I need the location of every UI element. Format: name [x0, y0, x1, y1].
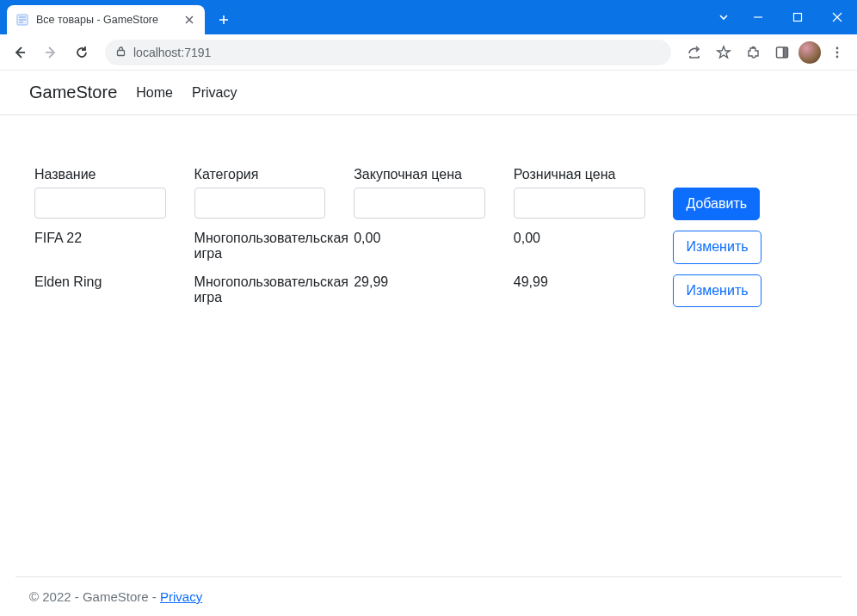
lock-icon [115, 45, 126, 60]
main-content: Название Категория Закупочная цена Розни… [15, 115, 842, 576]
site-footer: © 2022 - GameStore - Privacy [15, 576, 842, 616]
window-maximize-button[interactable] [778, 3, 817, 31]
url-host: localhost: [133, 46, 184, 59]
footer-text: © 2022 - GameStore - [29, 589, 160, 604]
retail-price-input[interactable] [514, 188, 645, 219]
table-header-row: Название Категория Закупочная цена Розни… [29, 167, 828, 188]
window-close-button[interactable] [817, 3, 857, 31]
edit-button[interactable]: Изменить [673, 274, 761, 307]
cell-category: Многопользовательская игра [189, 269, 349, 312]
nav-reload-button[interactable] [69, 40, 95, 65]
cell-retail-price: 49,99 [509, 269, 669, 312]
header-name: Название [29, 167, 189, 188]
cell-purchase-price: 0,00 [348, 225, 509, 268]
header-purchase-price: Закупочная цена [348, 167, 509, 188]
nav-home-link[interactable]: Home [136, 85, 173, 101]
url-port: 7191 [184, 46, 211, 59]
nav-forward-button[interactable] [38, 40, 64, 65]
window-minimize-button[interactable] [738, 3, 778, 31]
svg-rect-18 [784, 47, 788, 58]
cell-name: Elden Ring [29, 269, 189, 312]
svg-marker-15 [718, 46, 730, 58]
add-button[interactable]: Добавить [673, 188, 760, 220]
url-text[interactable]: localhost:7191 [133, 46, 661, 59]
cell-category: Многопользовательская игра [189, 225, 349, 268]
edit-button[interactable]: Изменить [673, 231, 761, 263]
name-input[interactable] [34, 188, 166, 219]
svg-rect-14 [118, 50, 125, 55]
share-button[interactable] [681, 40, 707, 65]
browser-toolbar: localhost:7191 [0, 34, 857, 71]
page-body: GameStore Home Privacy Название Категори… [0, 71, 857, 616]
close-tab-button[interactable] [182, 13, 196, 27]
table-input-row: Добавить [29, 188, 828, 225]
svg-point-21 [836, 55, 839, 58]
cell-purchase-price: 29,99 [348, 269, 509, 312]
browser-titlebar: Все товары - GameStore [0, 0, 857, 34]
extensions-button[interactable] [740, 40, 766, 65]
profile-avatar[interactable] [798, 41, 821, 64]
purchase-price-input[interactable] [354, 188, 485, 219]
tab-search-button[interactable] [709, 3, 738, 31]
svg-point-19 [836, 46, 839, 49]
table-row: Elden Ring Многопользовательская игра 29… [29, 269, 828, 312]
brand[interactable]: GameStore [29, 83, 117, 102]
browser-menu-button[interactable] [824, 40, 850, 65]
footer-privacy-link[interactable]: Privacy [160, 589, 202, 604]
cell-name: FIFA 22 [29, 225, 189, 268]
header-retail-price: Розничная цена [509, 167, 669, 188]
svg-point-20 [836, 51, 839, 53]
window-controls [709, 0, 857, 34]
site-navbar: GameStore Home Privacy [0, 71, 857, 115]
nav-back-button[interactable] [7, 40, 33, 65]
category-input[interactable] [194, 188, 326, 219]
cell-retail-price: 0,00 [509, 225, 669, 268]
table-row: FIFA 22 Многопользовательская игра 0,00 … [29, 225, 828, 268]
products-table: Название Категория Закупочная цена Розни… [29, 167, 828, 312]
svg-rect-9 [794, 14, 802, 22]
tab-favicon-icon [15, 13, 29, 27]
browser-tab[interactable]: Все товары - GameStore [7, 5, 205, 34]
bookmark-button[interactable] [711, 40, 737, 65]
nav-privacy-link[interactable]: Privacy [192, 85, 237, 101]
header-category: Категория [189, 167, 349, 188]
new-tab-button[interactable] [212, 8, 236, 32]
tab-title: Все товары - GameStore [36, 14, 176, 26]
side-panel-button[interactable] [769, 40, 795, 65]
address-bar[interactable]: localhost:7191 [105, 40, 671, 65]
